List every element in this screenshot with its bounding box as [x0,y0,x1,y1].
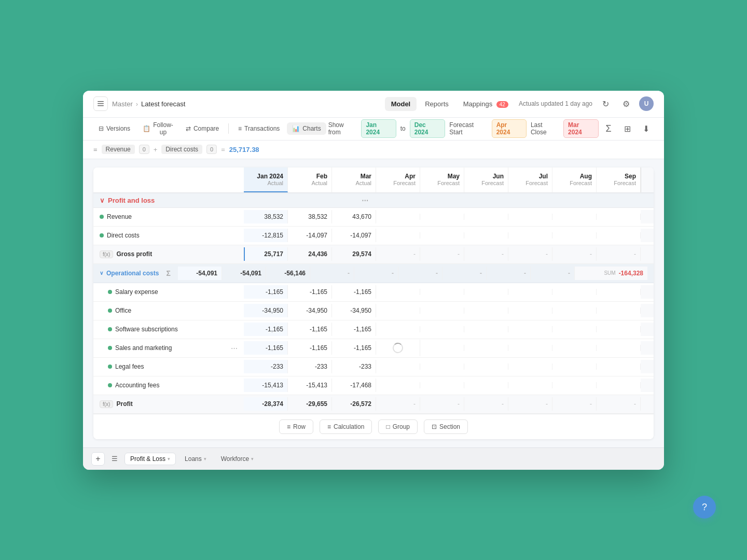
gross-profit-aug[interactable]: - [552,247,597,261]
fab-button[interactable]: ? [693,496,716,519]
sidebar-toggle[interactable] [93,96,108,111]
add-section-button[interactable]: ⊡ Section [424,419,468,434]
profit-jun[interactable]: - [464,397,508,411]
accounting-may[interactable] [420,382,464,388]
legal-aug[interactable] [552,363,597,370]
revenue-feb[interactable]: 38,532 [288,210,332,223]
revenue-mar[interactable]: 43,670 [332,210,376,223]
legal-may[interactable] [420,363,464,370]
profit-feb[interactable]: -29,655 [288,397,332,411]
nav-mappings[interactable]: Mappings 42 [457,97,515,111]
revenue-jan[interactable]: 38,532 [244,210,288,223]
direct-costs-apr[interactable] [376,232,420,239]
direct-costs-sep[interactable] [597,232,641,239]
salary-aug[interactable] [552,289,597,295]
salary-may[interactable] [420,289,464,295]
profit-mar[interactable]: -26,572 [332,397,376,411]
show-from-date[interactable]: Jan 2024 [361,119,396,138]
gross-profit-sep[interactable]: - [597,247,641,261]
nav-model[interactable]: Model [385,97,417,111]
legal-jan[interactable]: -233 [244,360,288,373]
accounting-jan[interactable]: -15,413 [244,379,288,392]
tab-workforce[interactable]: Workforce ▾ [215,453,259,465]
breadcrumb-root[interactable]: Master [112,100,133,108]
revenue-may[interactable] [420,214,464,220]
direct-costs-feb[interactable]: -14,097 [288,229,332,242]
legal-apr[interactable] [376,363,420,370]
salary-jun[interactable] [464,289,508,295]
charts-button[interactable]: 📊 Charts [287,122,326,135]
legal-feb[interactable]: -233 [288,360,332,373]
profit-aug[interactable]: - [552,397,597,411]
office-may[interactable] [420,307,464,314]
refresh-button[interactable]: ↻ [598,96,613,111]
accounting-sep[interactable] [597,382,641,388]
legal-jul[interactable] [508,363,552,370]
salary-jul[interactable] [508,289,552,295]
direct-costs-aug[interactable] [552,232,597,239]
software-aug[interactable] [552,326,597,332]
office-jun[interactable] [464,307,508,314]
salary-sep[interactable] [597,289,641,295]
revenue-sep[interactable] [597,214,641,220]
compare-button[interactable]: ⇄ Compare [181,122,224,135]
sales-marketing-feb[interactable]: -1,165 [288,341,332,355]
accounting-aug[interactable] [552,382,597,388]
software-may[interactable] [420,326,464,332]
accounting-jul[interactable] [508,382,552,388]
direct-costs-jul[interactable] [508,232,552,239]
transactions-button[interactable]: ≡ Transactions [233,122,285,135]
legal-jun[interactable] [464,363,508,370]
versions-button[interactable]: ⊟ Versions [93,122,135,135]
follow-up-button[interactable]: 📋 Follow-up [137,119,178,138]
tab-add-button[interactable]: + [91,452,105,466]
revenue-apr[interactable] [376,214,420,220]
revenue-aug[interactable] [552,214,597,220]
software-sep[interactable] [597,326,641,332]
software-jun[interactable] [464,326,508,332]
direct-costs-mar[interactable]: -14,097 [332,229,376,242]
office-apr[interactable] [376,307,420,314]
salary-feb[interactable]: -1,165 [288,285,332,299]
last-close-date[interactable]: Mar 2024 [563,119,599,138]
direct-costs-may[interactable] [420,232,464,239]
nav-reports[interactable]: Reports [419,97,455,111]
forecast-start-date[interactable]: Apr 2024 [492,119,527,138]
add-group-button[interactable]: □ Group [378,419,418,434]
tab-menu-button[interactable]: ☰ [108,452,121,466]
profit-apr[interactable]: - [376,397,420,411]
sales-marketing-jun[interactable] [464,345,508,351]
software-mar[interactable]: -1,165 [332,323,376,336]
sales-marketing-apr[interactable] [376,340,420,356]
legal-mar[interactable]: -233 [332,360,376,373]
gross-profit-jan[interactable]: 25,717 [244,247,288,261]
software-jan[interactable]: -1,165 [244,323,288,336]
show-to-date[interactable]: Dec 2024 [410,119,446,138]
accounting-feb[interactable]: -15,413 [288,379,332,392]
section-menu[interactable]: ⋯ [362,197,368,204]
tab-loans[interactable]: Loans ▾ [179,453,212,465]
software-feb[interactable]: -1,165 [288,323,332,336]
download-button[interactable]: ⬇ [638,121,654,136]
gross-profit-jun[interactable]: - [464,247,508,261]
layout-button[interactable]: ⊞ [619,121,635,136]
sales-marketing-jan[interactable]: -1,165 [244,341,288,355]
gross-profit-apr[interactable]: - [376,247,420,261]
operational-costs-header[interactable]: ∨ Operational costs Σ -54,091 -54,091 -5… [93,264,654,283]
office-jan[interactable]: -34,950 [244,304,288,317]
collapse-icon[interactable]: ∨ [100,197,105,204]
salary-apr[interactable] [376,289,420,295]
sales-marketing-aug[interactable] [552,345,597,351]
software-apr[interactable] [376,326,420,332]
office-aug[interactable] [552,307,597,314]
profit-jul[interactable]: - [508,397,552,411]
office-mar[interactable]: -34,950 [332,304,376,317]
revenue-jun[interactable] [464,214,508,220]
office-jul[interactable] [508,307,552,314]
sum-button[interactable]: Σ [601,121,616,136]
salary-jan[interactable]: -1,165 [244,285,288,299]
sales-marketing-sep[interactable] [597,345,641,351]
sales-marketing-may[interactable] [420,345,464,351]
profit-jan[interactable]: -28,374 [244,397,288,411]
accounting-mar[interactable]: -17,468 [332,379,376,392]
